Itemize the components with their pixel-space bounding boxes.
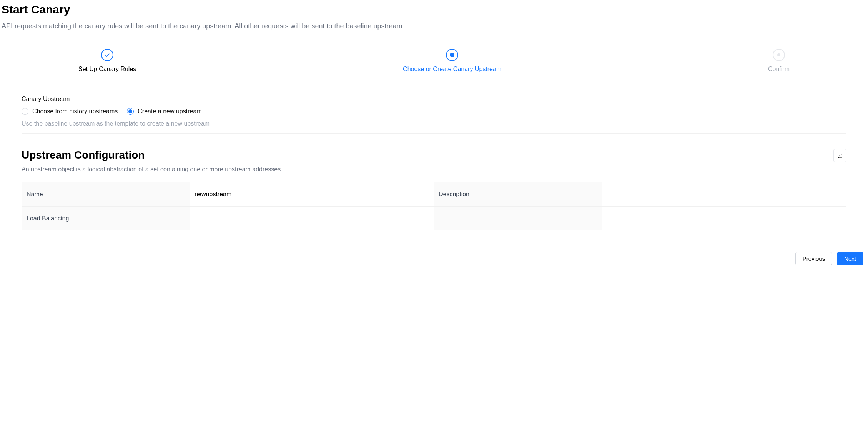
page-title: Start Canary [2,3,866,16]
config-label-description: Description [434,182,602,207]
divider [22,133,846,134]
radio-create-new-label: Create a new upstream [138,108,201,115]
edit-button[interactable] [833,149,846,162]
upstream-help-text: Use the baseline upstream as the templat… [22,120,846,127]
pending-step-icon [773,49,785,61]
upstream-config-description: An upstream object is a logical abstract… [22,166,846,173]
step-3[interactable]: Confirm [768,49,790,73]
check-icon [101,49,113,61]
upstream-config-title: Upstream Configuration [22,149,145,161]
step-1[interactable]: Set Up Canary Rules [78,49,136,73]
step-connector-1 [136,55,403,55]
upstream-source-radio-group: Choose from history upstreams Create a n… [22,108,846,115]
config-value-description [602,182,846,207]
config-label-lb: Load Balancing [22,207,190,231]
step-2-label: Choose or Create Canary Upstream [403,66,501,73]
radio-icon [127,108,134,115]
config-value-name: newupstream [190,182,434,207]
previous-button[interactable]: Previous [795,252,832,265]
table-row: Load Balancing [22,207,846,231]
upstream-config-table: Name newupstream Description Load Balanc… [22,182,846,230]
edit-icon [837,152,843,159]
config-value-row2col2 [602,207,846,231]
page-subtitle: API requests matching the canary rules w… [2,22,866,30]
config-value-lb [190,207,434,231]
footer-actions: Previous Next [2,244,866,273]
canary-upstream-label: Canary Upstream [22,96,846,103]
next-button[interactable]: Next [837,252,863,265]
step-connector-2 [501,55,768,55]
step-3-label: Confirm [768,66,790,73]
radio-icon [22,108,28,115]
radio-choose-history-label: Choose from history upstreams [32,108,118,115]
config-label-row2col2 [434,207,602,231]
active-step-icon [446,49,458,61]
step-2[interactable]: Choose or Create Canary Upstream [403,49,501,73]
step-1-label: Set Up Canary Rules [78,66,136,73]
stepper: Set Up Canary Rules Choose or Create Can… [2,49,866,73]
table-row: Name newupstream Description [22,182,846,207]
config-label-name: Name [22,182,190,207]
radio-create-new[interactable]: Create a new upstream [127,108,201,115]
radio-choose-history[interactable]: Choose from history upstreams [22,108,118,115]
